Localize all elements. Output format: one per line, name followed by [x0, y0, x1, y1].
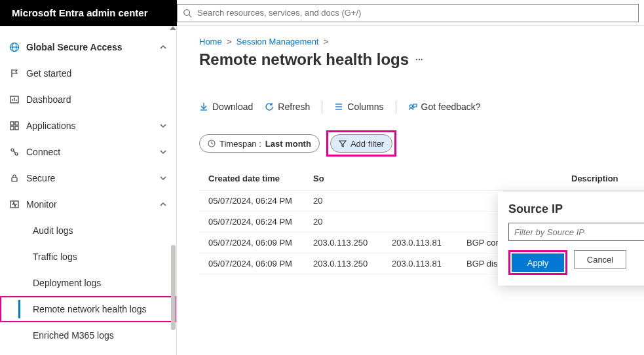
cell-source: 203.0.113.250 [313, 259, 392, 269]
cell-source: 20 [313, 196, 392, 206]
timespan-label: Timespan : [219, 139, 261, 149]
brand-title: Microsoft Entra admin center [0, 0, 177, 26]
cell-created: 05/07/2024, 06:24 PM [208, 217, 313, 227]
table-header: Created date time So Description [199, 167, 644, 191]
svg-line-1 [189, 14, 192, 17]
breadcrumb-home[interactable]: Home [199, 37, 222, 47]
sidebar-item-get-started[interactable]: Get started [0, 60, 176, 86]
toolbar: Download Refresh Columns Got feed [199, 95, 644, 119]
sidebar-item-secure[interactable]: Secure [0, 165, 176, 191]
sidebar-item-label: Secure [26, 173, 55, 183]
svg-rect-17 [12, 178, 17, 181]
add-filter-label: Add filter [350, 139, 384, 149]
globe-icon [9, 42, 20, 52]
content-area: Home > Session Management > Remote netwo… [177, 26, 644, 355]
cell-dest: 203.0.113.81 [392, 238, 466, 248]
page-title: Remote network health logs··· [199, 50, 644, 69]
sidebar-item-dashboard[interactable]: Dashboard [0, 86, 176, 113]
scroll-up-arrow-icon[interactable] [170, 26, 176, 30]
sidebar-item-label: Connect [26, 147, 60, 157]
feedback-button[interactable]: Got feedback? [408, 102, 481, 112]
svg-rect-11 [15, 122, 18, 125]
svg-point-15 [15, 153, 18, 155]
sidebar: Global Secure Access Get started Dashboa… [0, 26, 177, 355]
more-dots-icon[interactable]: ··· [415, 54, 423, 65]
chart-icon [9, 95, 20, 104]
clock-icon [208, 140, 216, 147]
svg-line-16 [14, 151, 16, 153]
cell-dest: 203.0.113.81 [392, 259, 466, 269]
toolbar-separator [396, 100, 396, 113]
sidebar-item-label: Deployment logs [33, 278, 101, 288]
source-ip-filter-input[interactable] [508, 223, 644, 241]
columns-label: Columns [347, 102, 383, 112]
chevron-up-icon [159, 43, 167, 51]
sidebar-item-label: Dashboard [26, 94, 71, 105]
col-description[interactable]: Description [571, 174, 635, 183]
download-icon [199, 102, 208, 111]
sidebar-item-traffic-logs[interactable]: Traffic logs [0, 244, 176, 270]
breadcrumb-session-management[interactable]: Session Management [237, 37, 319, 47]
svg-point-24 [409, 105, 412, 107]
timespan-filter-pill[interactable]: Timespan : Last month [199, 134, 320, 153]
columns-button[interactable]: Columns [334, 102, 383, 112]
sidebar-item-remote-network-health-logs[interactable]: Remote network health logs [0, 296, 176, 322]
sidebar-item-label: Monitor [26, 199, 57, 210]
scroll-thumb[interactable] [171, 245, 176, 330]
timespan-value: Last month [265, 139, 311, 149]
sidebar-item-label: Applications [26, 121, 76, 131]
sidebar-item-label: Remote network health logs [33, 304, 147, 314]
grid-icon [9, 121, 20, 130]
col-desc-gap [466, 174, 571, 183]
apply-button[interactable]: Apply [512, 253, 564, 272]
chevron-down-icon [159, 148, 167, 156]
sidebar-item-label: Enriched M365 logs [33, 330, 114, 341]
toolbar-separator [322, 100, 322, 113]
sidebar-item-applications[interactable]: Applications [0, 113, 176, 139]
svg-rect-12 [10, 126, 14, 130]
sidebar-item-deployment-logs[interactable]: Deployment logs [0, 270, 176, 296]
svg-rect-13 [15, 126, 18, 130]
sidebar-item-connect[interactable]: Connect [0, 139, 176, 165]
chevron-up-icon [159, 200, 167, 208]
lock-icon [9, 174, 20, 183]
refresh-button[interactable]: Refresh [265, 102, 310, 112]
sidebar-header-global-secure-access[interactable]: Global Secure Access [0, 34, 176, 60]
filter-icon [339, 140, 347, 147]
search-box[interactable] [177, 4, 639, 22]
cell-created: 05/07/2024, 06:09 PM [208, 259, 313, 269]
popover-title: Source IP [508, 202, 644, 216]
top-bar: Microsoft Entra admin center [0, 0, 644, 26]
sidebar-item-label: Audit logs [33, 225, 73, 236]
col-dest[interactable] [392, 174, 466, 183]
cancel-button[interactable]: Cancel [574, 250, 626, 269]
add-filter-button[interactable]: Add filter [330, 134, 392, 153]
refresh-label: Refresh [278, 102, 310, 112]
connect-icon [9, 147, 20, 157]
sidebar-item-monitor[interactable]: Monitor [0, 191, 176, 217]
cell-dest [392, 217, 466, 227]
sidebar-header-label: Global Secure Access [26, 42, 123, 52]
cell-created: 05/07/2024, 06:24 PM [208, 196, 313, 206]
refresh-icon [265, 102, 274, 111]
search-input[interactable] [197, 8, 633, 18]
download-button[interactable]: Download [199, 102, 253, 112]
download-label: Download [212, 102, 253, 112]
svg-point-0 [184, 9, 190, 15]
chevron-down-icon [159, 174, 167, 182]
flag-icon [9, 69, 20, 78]
sidebar-item-enriched-m365-logs[interactable]: Enriched M365 logs [0, 322, 176, 348]
search-icon [183, 9, 192, 18]
svg-rect-10 [10, 122, 14, 125]
feedback-icon [408, 102, 417, 111]
cell-source: 203.0.113.250 [313, 238, 392, 248]
sidebar-item-label: Get started [26, 68, 71, 79]
col-source[interactable]: So [313, 174, 392, 183]
breadcrumb: Home > Session Management > [199, 37, 644, 47]
cell-source: 20 [313, 217, 392, 227]
filter-bar: Timespan : Last month Add filter [199, 130, 644, 157]
sidebar-item-audit-logs[interactable]: Audit logs [0, 217, 176, 244]
columns-icon [334, 102, 343, 111]
sidebar-scrollbar[interactable] [171, 26, 176, 355]
col-created[interactable]: Created date time [208, 174, 313, 183]
